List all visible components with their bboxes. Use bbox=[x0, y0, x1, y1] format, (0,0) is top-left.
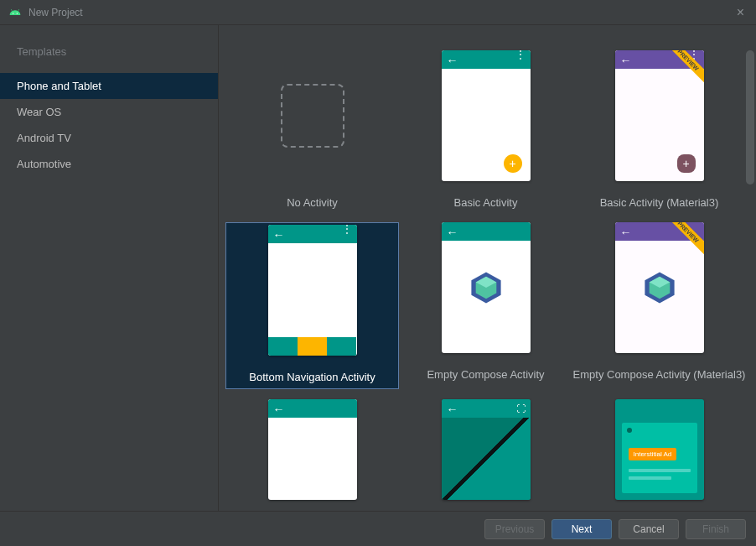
template-label: Basic Activity bbox=[454, 193, 518, 212]
ad-card: Interstitial Ad bbox=[622, 423, 697, 493]
sidebar-heading: Templates bbox=[0, 45, 218, 73]
dashed-box-icon bbox=[281, 84, 344, 148]
finish-button[interactable]: Finish bbox=[686, 519, 746, 539]
fullscreen-icon: ⛶ bbox=[516, 403, 526, 413]
kebab-icon: ⋮ bbox=[342, 227, 352, 231]
template-label: Empty Compose Activity (Material3) bbox=[573, 365, 746, 384]
template-gallery: No Activity ← ⋮ + Basic Activity ← bbox=[219, 25, 756, 511]
back-arrow-icon: ← bbox=[273, 228, 285, 242]
template-label: Empty Compose Activity bbox=[427, 365, 544, 384]
template-label: No Activity bbox=[287, 193, 338, 212]
back-arrow-icon: ← bbox=[447, 403, 458, 416]
bottom-nav-bar bbox=[268, 337, 357, 356]
appbar: ← bbox=[442, 222, 531, 241]
back-arrow-icon: ← bbox=[620, 226, 632, 239]
kebab-icon: ⋮ bbox=[515, 53, 526, 57]
appbar: ← ⋮ bbox=[442, 50, 531, 69]
template-thumb: ← ⋮ PREVIEW + bbox=[615, 50, 704, 181]
next-button[interactable]: Next bbox=[551, 519, 612, 539]
back-arrow-icon: ← bbox=[447, 226, 458, 239]
android-icon bbox=[8, 6, 22, 19]
template-thumb: ← bbox=[268, 399, 357, 500]
appbar: ← ⛶ bbox=[442, 399, 531, 418]
ad-lines bbox=[629, 469, 691, 480]
appbar: ← bbox=[268, 399, 357, 418]
template-label: Basic Activity (Material3) bbox=[600, 193, 719, 212]
template-empty-activity[interactable]: ← bbox=[225, 399, 399, 500]
template-basic-activity-m3[interactable]: ← ⋮ PREVIEW + Basic Activity (Material3) bbox=[572, 50, 746, 212]
template-thumb: ← ⋮ bbox=[268, 225, 357, 356]
titlebar: New Project × bbox=[0, 0, 756, 25]
sidebar-item-wear-os[interactable]: Wear OS bbox=[0, 99, 218, 125]
template-thumb: ← PREVIEW bbox=[615, 222, 704, 353]
sidebar-item-automotive[interactable]: Automotive bbox=[0, 151, 218, 177]
footer: Previous Next Cancel Finish bbox=[0, 511, 756, 546]
back-arrow-icon: ← bbox=[620, 54, 632, 67]
template-thumb bbox=[268, 50, 357, 181]
back-arrow-icon: ← bbox=[447, 54, 458, 67]
template-thumb: ← ⛶ bbox=[442, 399, 531, 500]
template-thumb: ← bbox=[442, 222, 531, 353]
compose-logo-icon bbox=[641, 269, 678, 306]
template-thumb: ← ⋮ + bbox=[442, 50, 531, 181]
previous-button[interactable]: Previous bbox=[484, 519, 545, 539]
appbar: ← ⋮ bbox=[268, 225, 357, 243]
template-empty-compose[interactable]: ← Empty Compose Activity bbox=[399, 222, 572, 389]
cancel-button[interactable]: Cancel bbox=[619, 519, 679, 539]
compose-logo-icon bbox=[468, 269, 505, 306]
template-thumb: Interstitial Ad bbox=[615, 399, 704, 500]
template-basic-activity[interactable]: ← ⋮ + Basic Activity bbox=[399, 50, 572, 212]
fab-icon: + bbox=[504, 154, 522, 173]
scrollbar[interactable] bbox=[746, 50, 754, 185]
template-ad-activity[interactable]: Interstitial Ad bbox=[572, 399, 746, 500]
window-title: New Project bbox=[28, 7, 83, 18]
template-fullscreen-activity[interactable]: ← ⛶ bbox=[399, 399, 572, 500]
template-bottom-navigation[interactable]: ← ⋮ Bottom Navigation Activity bbox=[225, 222, 399, 389]
sidebar: Templates Phone and Tablet Wear OS Andro… bbox=[0, 25, 219, 511]
back-arrow-icon: ← bbox=[273, 403, 285, 416]
diagonal-graphic bbox=[442, 418, 531, 500]
template-empty-compose-m3[interactable]: ← PREVIEW Empty Compose Activity (Materi… bbox=[572, 222, 746, 389]
sidebar-item-phone-tablet[interactable]: Phone and Tablet bbox=[0, 73, 218, 99]
svg-point-1 bbox=[17, 13, 18, 13]
svg-point-0 bbox=[13, 13, 13, 13]
dot-icon bbox=[627, 428, 632, 433]
fab-icon: + bbox=[677, 154, 696, 173]
close-icon[interactable]: × bbox=[733, 5, 748, 20]
template-no-activity[interactable]: No Activity bbox=[225, 50, 399, 212]
ad-chip: Interstitial Ad bbox=[629, 448, 677, 460]
sidebar-item-android-tv[interactable]: Android TV bbox=[0, 125, 218, 151]
template-label: Bottom Navigation Activity bbox=[226, 367, 398, 387]
